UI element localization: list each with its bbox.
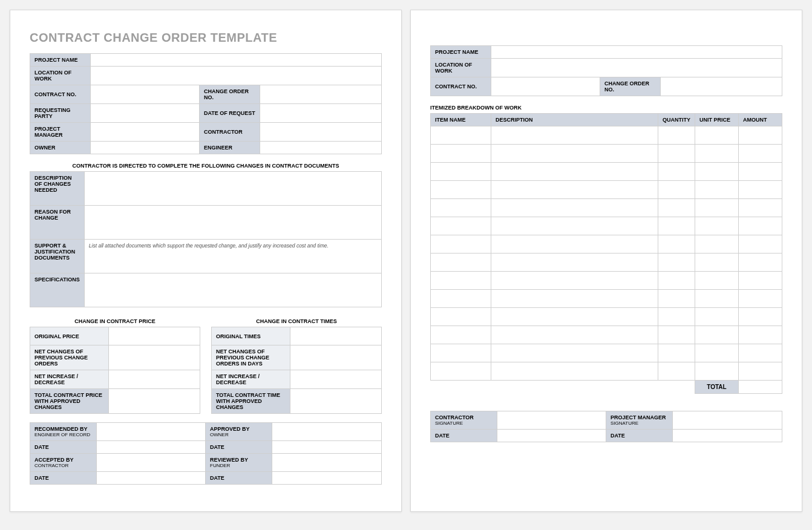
cell-itemname[interactable]: [431, 199, 491, 217]
field-original-times[interactable]: [290, 327, 382, 345]
cell-desc[interactable]: [491, 272, 658, 290]
cell-itemname[interactable]: [431, 235, 491, 254]
cell-desc[interactable]: [491, 235, 658, 254]
cell-qty[interactable]: [658, 199, 695, 217]
cell-qty[interactable]: [658, 181, 695, 199]
cell-desc[interactable]: [491, 308, 658, 326]
cell-qty[interactable]: [658, 163, 695, 181]
cell-amt[interactable]: [739, 272, 782, 290]
cell-itemname[interactable]: [431, 308, 491, 326]
cell-amt[interactable]: [739, 145, 782, 163]
cell-qty[interactable]: [658, 254, 695, 272]
cell-desc[interactable]: [491, 326, 658, 344]
cell-qty[interactable]: [658, 362, 695, 381]
cell-price[interactable]: [695, 217, 739, 235]
field-contractor[interactable]: [260, 123, 382, 142]
field-engineer[interactable]: [260, 142, 382, 154]
cell-qty[interactable]: [658, 308, 695, 326]
cell-amt[interactable]: [739, 326, 782, 344]
cell-price[interactable]: [695, 344, 739, 362]
field-recommended-sig[interactable]: [97, 423, 206, 441]
cell-desc[interactable]: [491, 362, 658, 381]
field-total-price[interactable]: [109, 389, 200, 414]
cell-price[interactable]: [695, 326, 739, 344]
cell-price[interactable]: [695, 163, 739, 181]
cell-qty[interactable]: [658, 217, 695, 235]
cell-itemname[interactable]: [431, 126, 491, 145]
cell-amt[interactable]: [739, 235, 782, 254]
field-net-inc-price[interactable]: [109, 370, 200, 389]
field-specifications[interactable]: [84, 273, 381, 307]
cell-desc[interactable]: [491, 181, 658, 199]
cell-price[interactable]: [695, 126, 739, 145]
cell-amt[interactable]: [739, 126, 782, 145]
cell-itemname[interactable]: [431, 145, 491, 163]
field-contract-no-2[interactable]: [491, 77, 600, 96]
cell-itemname[interactable]: [431, 326, 491, 344]
cell-price[interactable]: [695, 308, 739, 326]
cell-itemname[interactable]: [431, 272, 491, 290]
cell-price[interactable]: [695, 254, 739, 272]
cell-price[interactable]: [695, 181, 739, 199]
cell-amt[interactable]: [739, 344, 782, 362]
field-change-order-no-2[interactable]: [661, 77, 782, 96]
field-pm-sig[interactable]: [673, 411, 782, 430]
field-contractor-date[interactable]: [497, 430, 606, 442]
cell-itemname[interactable]: [431, 181, 491, 199]
cell-price[interactable]: [695, 145, 739, 163]
cell-amt[interactable]: [739, 362, 782, 381]
cell-qty[interactable]: [658, 272, 695, 290]
cell-amt[interactable]: [739, 290, 782, 308]
cell-itemname[interactable]: [431, 217, 491, 235]
field-accepted-date[interactable]: [97, 472, 206, 485]
field-recommended-date[interactable]: [97, 441, 206, 454]
cell-qty[interactable]: [658, 126, 695, 145]
cell-itemname[interactable]: [431, 362, 491, 381]
cell-qty[interactable]: [658, 344, 695, 362]
field-location-of-work-2[interactable]: [491, 59, 782, 77]
cell-desc[interactable]: [491, 163, 658, 181]
cell-desc[interactable]: [491, 254, 658, 272]
cell-price[interactable]: [695, 290, 739, 308]
cell-desc[interactable]: [491, 126, 658, 145]
cell-qty[interactable]: [658, 326, 695, 344]
field-approved-date[interactable]: [272, 441, 382, 454]
field-change-order-no[interactable]: [260, 85, 382, 104]
field-requesting-party[interactable]: [91, 104, 200, 123]
field-total-times[interactable]: [290, 389, 382, 414]
cell-desc[interactable]: [491, 199, 658, 217]
cell-desc[interactable]: [491, 344, 658, 362]
field-reviewed-sig[interactable]: [272, 454, 382, 472]
field-date-of-request[interactable]: [260, 104, 382, 123]
field-location-of-work[interactable]: [91, 67, 382, 85]
field-owner[interactable]: [91, 142, 200, 154]
field-net-inc-times[interactable]: [290, 370, 382, 389]
cell-amt[interactable]: [739, 217, 782, 235]
cell-amt[interactable]: [739, 254, 782, 272]
field-project-name[interactable]: [91, 54, 382, 67]
cell-qty[interactable]: [658, 290, 695, 308]
field-original-price[interactable]: [109, 327, 200, 345]
cell-desc[interactable]: [491, 290, 658, 308]
cell-amt[interactable]: [739, 199, 782, 217]
field-net-previous-times[interactable]: [290, 345, 382, 370]
field-pm-date[interactable]: [673, 430, 782, 442]
cell-itemname[interactable]: [431, 163, 491, 181]
field-project-name-2[interactable]: [491, 46, 782, 59]
cell-itemname[interactable]: [431, 344, 491, 362]
cell-qty[interactable]: [658, 145, 695, 163]
cell-price[interactable]: [695, 272, 739, 290]
field-net-previous-price[interactable]: [109, 345, 200, 370]
field-reviewed-date[interactable]: [272, 472, 382, 485]
cell-itemname[interactable]: [431, 254, 491, 272]
field-reason-change[interactable]: [84, 206, 381, 240]
cell-qty[interactable]: [658, 235, 695, 254]
cell-amt[interactable]: [739, 163, 782, 181]
cell-desc[interactable]: [491, 217, 658, 235]
field-approved-sig[interactable]: [272, 423, 382, 441]
cell-price[interactable]: [695, 199, 739, 217]
cell-itemname[interactable]: [431, 290, 491, 308]
cell-desc[interactable]: [491, 145, 658, 163]
cell-amt[interactable]: [739, 308, 782, 326]
field-project-manager[interactable]: [91, 123, 200, 142]
